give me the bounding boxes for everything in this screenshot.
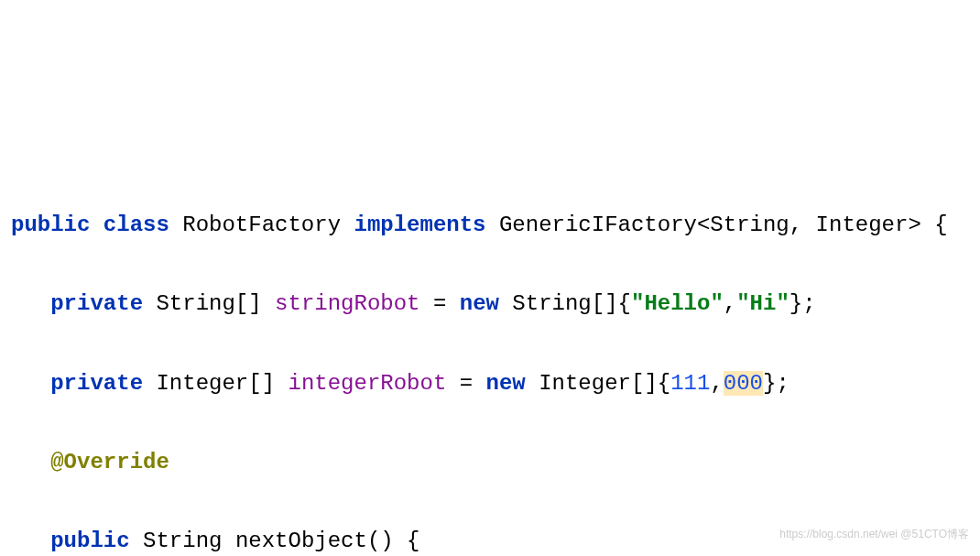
kw-public: public: [50, 529, 129, 553]
num-111: 111: [670, 371, 710, 396]
kw-private: private: [50, 291, 143, 316]
line-2: private String[] stringRobot = new Strin…: [11, 284, 980, 323]
kw-class: class: [103, 213, 169, 237]
type: String[]: [156, 291, 261, 316]
init-open: String[]{: [512, 291, 631, 316]
str-hi: "Hi": [736, 291, 789, 316]
field-stringRobot: stringRobot: [275, 291, 419, 316]
close: };: [763, 371, 789, 396]
field-integerRobot: integerRobot: [288, 371, 446, 396]
line-4: @Override: [11, 442, 980, 482]
type: Integer[]: [156, 371, 275, 396]
comma: ,: [724, 291, 736, 316]
line-3: private Integer[] integerRobot = new Int…: [11, 364, 980, 403]
str-hello: "Hello": [631, 291, 724, 316]
kw-new: new: [460, 291, 499, 316]
kw-private: private: [50, 371, 143, 396]
code-editor[interactable]: public class RobotFactory implements Gen…: [11, 166, 980, 556]
method-name: nextObject(): [235, 529, 394, 553]
interface-type: GenericIFactory<String, Integer>: [499, 213, 921, 237]
equals: =: [420, 291, 460, 316]
annotation-override: @Override: [50, 450, 169, 474]
comma: ,: [710, 371, 723, 396]
return-type: String: [143, 529, 222, 553]
init-open: Integer[]{: [539, 371, 670, 396]
watermark: https://blog.csdn.net/wei @51CTO博客: [779, 525, 969, 545]
kw-new: new: [486, 371, 526, 396]
class-name: RobotFactory: [182, 213, 341, 237]
close: };: [789, 291, 816, 316]
equals: =: [446, 371, 485, 396]
line-1: public class RobotFactory implements Gen…: [11, 205, 980, 245]
brace: {: [934, 213, 947, 237]
kw-implements: implements: [354, 213, 485, 237]
brace: {: [394, 529, 420, 553]
num-000: 000: [724, 371, 763, 396]
kw-public: public: [11, 213, 90, 237]
